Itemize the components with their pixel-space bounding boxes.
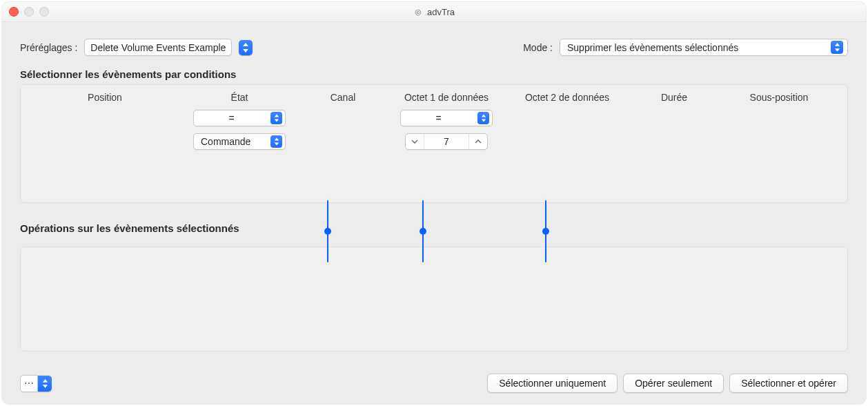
updown-icon: [242, 43, 249, 52]
state-operator-value: =: [193, 113, 270, 124]
mode-popup-arrows: [831, 41, 843, 54]
select-and-operate-button[interactable]: Sélectionner et opérer: [729, 374, 848, 393]
bottom-bar: ⋯ Sélectionner uniquement Opérer seuleme…: [2, 364, 866, 404]
stepper-increment[interactable]: [469, 134, 487, 149]
top-controls: Préréglages : Delete Volume Events Examp…: [2, 22, 866, 68]
col-subposition: Sous-position: [719, 92, 839, 103]
mode-value: Supprimer les évènements sélectionnés: [567, 42, 738, 53]
divider-handle-1[interactable]: [326, 200, 329, 262]
updown-icon: [274, 114, 279, 122]
conditions-column-headers: Position État Canal Octet 1 de données O…: [21, 85, 847, 107]
close-window-button[interactable]: [9, 7, 19, 17]
operations-panel: [20, 246, 848, 351]
more-options-button[interactable]: ⋯: [20, 375, 38, 392]
operate-only-label: Opérer seulement: [635, 378, 712, 389]
window: ◎ advTra Préréglages : Delete Volume Eve…: [2, 2, 866, 404]
data1-operator-popup[interactable]: =: [400, 110, 493, 126]
presets-menu-button[interactable]: [239, 40, 253, 55]
titlebar: ◎ advTra: [2, 2, 866, 22]
popup-arrows: [270, 135, 282, 148]
col-channel: Canal: [298, 92, 388, 103]
more-options-menu[interactable]: [38, 376, 52, 392]
app-icon: ◎: [413, 7, 423, 17]
col-position: Position: [29, 92, 181, 103]
operate-only-button[interactable]: Opérer seulement: [623, 374, 724, 393]
col-data2: Octet 2 de données: [505, 92, 629, 103]
popup-arrows: [477, 112, 489, 124]
state-value-popup[interactable]: Commande: [193, 133, 286, 150]
col-data1: Octet 1 de données: [388, 92, 505, 103]
presets-value: Delete Volume Events Example: [90, 42, 226, 53]
select-only-button[interactable]: Sélectionner uniquement: [487, 374, 618, 393]
state-operator-popup[interactable]: =: [193, 110, 286, 126]
updown-icon: [481, 114, 486, 122]
chevron-up-icon: [475, 138, 482, 145]
conditions-row-1: = = Commande: [21, 107, 847, 153]
stepper-decrement[interactable]: [406, 134, 424, 149]
updown-icon: [42, 379, 48, 388]
updown-icon: [274, 137, 279, 146]
data1-value-stepper[interactable]: 7: [405, 133, 488, 150]
window-title-text: advTra: [427, 7, 455, 17]
conditions-heading: Sélectionner les évènements par conditio…: [2, 68, 866, 84]
operations-heading: Opérations sur les évènements sélectionn…: [2, 222, 866, 238]
window-title: ◎ advTra: [2, 7, 866, 17]
data1-operator-value: =: [400, 113, 477, 124]
divider-handle-2[interactable]: [422, 200, 424, 262]
popup-arrows: [270, 112, 282, 124]
content-area: Position État Canal Octet 1 de données O…: [2, 84, 866, 351]
mode-label: Mode :: [523, 42, 553, 53]
zoom-window-button[interactable]: [39, 7, 49, 17]
data1-stepper-value: 7: [424, 134, 469, 149]
chevron-down-icon: [411, 138, 418, 145]
col-duration: Durée: [629, 92, 719, 103]
conditions-panel: Position État Canal Octet 1 de données O…: [20, 84, 848, 203]
traffic-lights: [9, 7, 49, 17]
ellipsis-icon: ⋯: [24, 378, 34, 389]
presets-popup[interactable]: Delete Volume Events Example: [84, 39, 232, 56]
mode-popup[interactable]: Supprimer les évènements sélectionnés: [560, 39, 848, 56]
minimize-window-button[interactable]: [24, 7, 34, 17]
select-only-label: Sélectionner uniquement: [499, 378, 606, 389]
presets-label: Préréglages :: [20, 42, 77, 53]
select-and-operate-label: Sélectionner et opérer: [741, 378, 836, 389]
col-state: État: [181, 92, 298, 103]
divider-handle-3[interactable]: [544, 200, 547, 262]
state-value: Commande: [201, 136, 270, 147]
updown-icon: [834, 43, 840, 52]
